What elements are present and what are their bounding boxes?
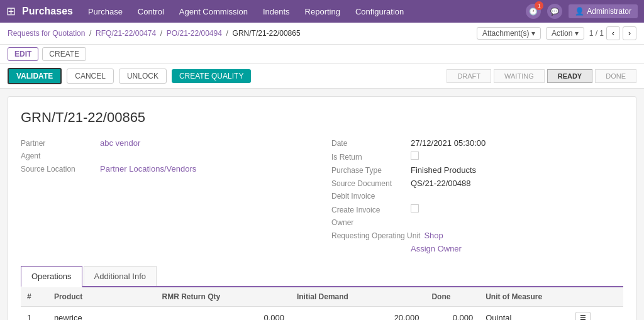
row-num: 1 [21, 307, 48, 321]
is-return-row: Is Return [331, 152, 623, 162]
validate-button[interactable]: VALIDATE [8, 68, 62, 84]
breadcrumb-rfq-num[interactable]: RFQ/21-22/00474 [96, 29, 156, 38]
agent-label: Agent [21, 152, 96, 160]
chat-icon[interactable]: 💬 [547, 4, 562, 19]
col-header-num: # [21, 287, 48, 307]
source-document-row: Source Document QS/21-22/00488 [331, 179, 623, 188]
agent-row: Agent [21, 152, 313, 160]
nav-purchase[interactable]: Purchase [86, 7, 125, 16]
app-grid-icon[interactable]: ⊞ [6, 4, 16, 18]
col-header-rmr: RMR Return Qty [155, 287, 290, 307]
notification-badge: 1 [535, 1, 543, 10]
row-action: ☰ [569, 307, 623, 321]
top-navigation: ⊞ Purchases Purchase Control Agent Commi… [0, 0, 644, 23]
row-initial-demand: 20.000 [291, 307, 425, 321]
requesting-ou-value: Shop [424, 231, 443, 240]
nav-agent-commission[interactable]: Agent Commission [177, 7, 250, 16]
source-document-label: Source Document [331, 179, 407, 188]
nav-reporting[interactable]: Reporting [303, 7, 343, 16]
is-return-checkbox[interactable] [411, 152, 419, 160]
source-location-row: Source Location Partner Locations/Vendor… [21, 164, 313, 174]
requesting-ou-row: Requesting Operating Unit Shop [331, 231, 623, 240]
page-navigation: 1 / 1 ‹ › [589, 26, 636, 40]
purchase-type-value: Finished Products [411, 165, 476, 175]
source-location-value: Partner Locations/Vendors [100, 164, 196, 174]
row-product: newrice [48, 307, 156, 321]
owner-label: Owner [331, 218, 407, 227]
debit-invoice-label: Debit Invoice [331, 192, 407, 201]
source-location-link[interactable]: Partner Locations/Vendors [100, 164, 196, 174]
form-left: Partner abc vendor Agent Source Location… [21, 138, 313, 253]
unlock-button[interactable]: UNLOCK [119, 69, 167, 84]
nav-indents[interactable]: Indents [260, 7, 292, 16]
requesting-ou-link[interactable]: Shop [424, 231, 443, 240]
action-toolbar: VALIDATE CANCEL UNLOCK CREATE QUALITY DR… [0, 64, 644, 89]
is-return-label: Is Return [331, 153, 407, 162]
assign-owner-link[interactable]: Assign Owner [331, 244, 623, 253]
prev-page-button[interactable]: ‹ [606, 26, 620, 40]
create-invoice-value [411, 204, 419, 214]
col-header-action [569, 287, 623, 307]
attachments-button[interactable]: Attachment(s) ▾ [477, 27, 541, 40]
requesting-ou-label: Requesting Operating Unit [331, 231, 420, 240]
nav-control[interactable]: Control [135, 7, 167, 16]
status-done: DONE [595, 69, 636, 83]
tab-operations[interactable]: Operations [21, 266, 82, 287]
create-invoice-checkbox[interactable] [411, 204, 419, 212]
next-page-button[interactable]: › [623, 26, 636, 40]
date-label: Date [331, 139, 407, 148]
main-content: GRN/T/21-22/00865 Partner abc vendor Age… [8, 96, 636, 320]
create-invoice-label: Create Invoice [331, 206, 407, 214]
col-header-uom: Unit of Measure [479, 287, 569, 307]
status-ready: READY [547, 69, 593, 83]
operations-table: # Product RMR Return Qty Initial Demand … [21, 287, 623, 320]
notification-icon[interactable]: 🕐 1 [526, 4, 541, 19]
source-location-label: Source Location [21, 165, 96, 174]
partner-link[interactable]: abc vendor [100, 138, 140, 148]
breadcrumb-actions: Attachment(s) ▾ Action ▾ 1 / 1 ‹ › [477, 26, 636, 40]
table-row: 1 newrice 0.000 20.000 0.000 Quintal ☰ [21, 307, 623, 321]
create-invoice-row: Create Invoice [331, 204, 623, 214]
row-rmr: 0.000 [155, 307, 290, 321]
date-value: 27/12/2021 05:30:00 [411, 138, 486, 148]
status-steps: DRAFT WAITING READY DONE [447, 69, 636, 83]
nav-right: 🕐 1 💬 👤 Administrator [526, 4, 638, 19]
row-done: 0.000 [425, 307, 479, 321]
table-header-row: # Product RMR Return Qty Initial Demand … [21, 287, 623, 307]
create-quality-button[interactable]: CREATE QUALITY [172, 69, 251, 83]
breadcrumb-rfq[interactable]: Requests for Quotation [8, 29, 85, 38]
create-button[interactable]: CREATE [42, 47, 86, 61]
col-header-product: Product [48, 287, 156, 307]
nav-configuration[interactable]: Configuration [353, 7, 406, 16]
nav-links: Purchase Control Agent Commission Indent… [86, 7, 526, 16]
purchase-type-label: Purchase Type [331, 166, 407, 175]
cancel-button[interactable]: CANCEL [67, 69, 114, 84]
edit-bar: EDIT CREATE [0, 45, 644, 64]
breadcrumb-po-num[interactable]: PO/21-22/00494 [167, 29, 222, 38]
debit-invoice-row: Debit Invoice [331, 192, 623, 201]
source-document-value: QS/21-22/00488 [411, 179, 470, 188]
breadcrumb-bar: Requests for Quotation / RFQ/21-22/00474… [0, 23, 644, 45]
owner-row: Owner [331, 218, 623, 227]
status-waiting: WAITING [494, 69, 545, 83]
status-draft: DRAFT [447, 69, 491, 83]
edit-button[interactable]: EDIT [8, 47, 38, 61]
col-header-initial: Initial Demand [291, 287, 425, 307]
form-right: Date 27/12/2021 05:30:00 Is Return Purch… [331, 138, 623, 253]
app-name: Purchases [22, 6, 73, 17]
admin-button[interactable]: 👤 Administrator [569, 4, 638, 18]
date-row: Date 27/12/2021 05:30:00 [331, 138, 623, 148]
action-button[interactable]: Action ▾ [546, 27, 584, 40]
tabs: Operations Additional Info [21, 266, 623, 287]
partner-label: Partner [21, 139, 96, 148]
purchase-type-row: Purchase Type Finished Products [331, 165, 623, 175]
breadcrumb: Requests for Quotation / RFQ/21-22/00474… [8, 29, 301, 38]
page-info: 1 / 1 [589, 29, 604, 38]
tab-additional-info[interactable]: Additional Info [84, 266, 157, 286]
partner-value: abc vendor [100, 138, 140, 148]
partner-row: Partner abc vendor [21, 138, 313, 148]
row-uom: Quintal [479, 307, 569, 321]
row-detail-button[interactable]: ☰ [575, 312, 591, 320]
is-return-value [411, 152, 419, 162]
left-actions: VALIDATE CANCEL UNLOCK CREATE QUALITY [8, 68, 251, 84]
